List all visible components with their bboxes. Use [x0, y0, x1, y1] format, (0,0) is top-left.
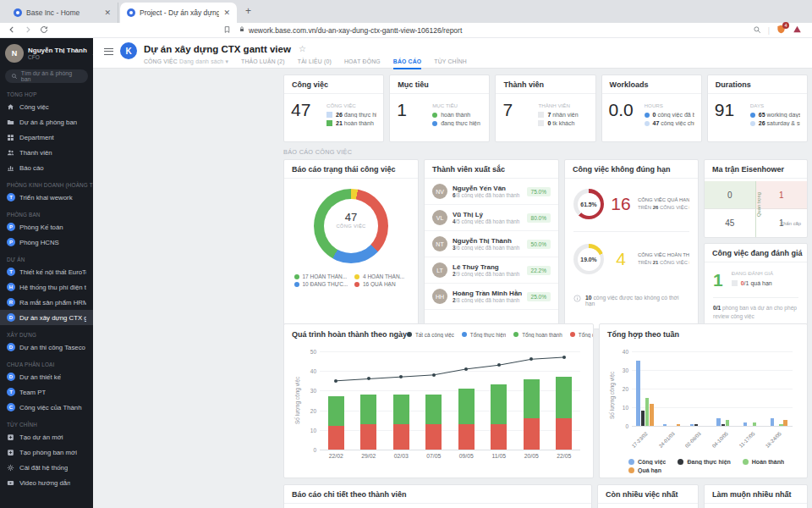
base-favicon: [14, 8, 22, 17]
sidebar-item[interactable]: DDự án xây dựng CTX gantt ...: [0, 310, 93, 325]
triangle-extension-icon[interactable]: [793, 25, 802, 36]
sidebar-item[interactable]: DDự án thi công Taseco Land: [0, 340, 93, 355]
browser-tab-project[interactable]: Project - Dự án xây dựng CTX g ✕: [120, 3, 237, 23]
sidebar-item[interactable]: HHệ thống thu phí điện tử: [0, 279, 93, 295]
bar-2[interactable]: [726, 420, 730, 426]
chart-legend-item[interactable]: Đang thực hiện: [678, 459, 730, 465]
daily-chart-plot[interactable]: 0102030405022/0229/0202/0307/0509/0511/0…: [320, 351, 580, 450]
forward-icon[interactable]: [24, 25, 32, 36]
sidebar-item[interactable]: Tạo dự án mới: [0, 429, 93, 444]
card-title: Quá trình hoàn thành theo ngày: [292, 330, 407, 339]
bar-0[interactable]: [636, 361, 640, 426]
x-tick-label: 18-24/05: [765, 431, 782, 449]
shield-extension-icon[interactable]: 4: [776, 25, 786, 36]
chart-legend-item[interactable]: Quá hạn: [628, 467, 661, 473]
bar-0[interactable]: [716, 418, 721, 426]
back-icon[interactable]: [8, 25, 16, 36]
project-tab[interactable]: TÙY CHỈNH: [434, 58, 467, 69]
quadrant-urgent-important[interactable]: 1: [756, 181, 808, 209]
sidebar-item[interactable]: Báo cáo: [0, 160, 93, 175]
grid-icon: [7, 134, 15, 141]
chart-legend-item[interactable]: Tổng thực hiện: [462, 332, 506, 338]
member-row[interactable]: NTNguyễn Thị Thành3/6 công việc đã hoàn …: [425, 231, 558, 257]
close-tab-icon[interactable]: ✕: [223, 8, 230, 17]
chart-legend-item[interactable]: Tổng quá hạn: [570, 332, 594, 338]
bar-3[interactable]: [677, 424, 681, 426]
chart-legend-item[interactable]: Tất cả công việc: [407, 332, 454, 338]
sidebar-item[interactable]: Thành viên: [0, 145, 93, 160]
stat-legend-item: 47 công việc chư...: [645, 120, 694, 126]
sidebar-item[interactable]: RRa mắt sản phẩm HRM: [0, 295, 93, 310]
close-tab-icon[interactable]: ✕: [104, 8, 111, 17]
search-icon[interactable]: [753, 25, 761, 36]
bar-2[interactable]: [779, 424, 783, 426]
address-field[interactable]: wework.base.com.vn/du-an-xay-dung-ctx-ga…: [239, 25, 462, 35]
bar-1[interactable]: [641, 411, 645, 426]
sidebar-item[interactable]: DDự án thiết kế: [0, 369, 93, 384]
chart-legend-item[interactable]: Hoàn thành: [743, 459, 785, 465]
new-tab-button[interactable]: +: [245, 5, 251, 17]
stat-card: Công việc47Công việc26 đang thực hiện21 …: [283, 75, 384, 142]
project-tab[interactable]: HOẠT ĐỘNG: [344, 58, 381, 69]
project-tab[interactable]: THẢO LUẬN (2): [241, 58, 285, 69]
bar-0[interactable]: [663, 424, 667, 426]
sidebar-item-label: Dự án thi công Taseco Land: [19, 344, 86, 351]
sidebar-search-input[interactable]: Tìm dự án & phòng ban: [5, 69, 88, 83]
bar-0[interactable]: [690, 424, 694, 426]
sidebar-item[interactable]: PPhòng Kế toán: [0, 219, 93, 235]
member-row[interactable]: LTLê Thuỷ Trang2/9 công việc đã hoàn thà…: [425, 257, 558, 284]
sidebar-item-label: Ra mắt sản phẩm HRM: [19, 299, 86, 306]
bar-3[interactable]: [650, 404, 654, 426]
bar-2[interactable]: [645, 398, 650, 426]
chart-legend-item[interactable]: Tổng hoàn thành: [513, 332, 562, 338]
project-tab[interactable]: BÁO CÁO: [393, 58, 422, 69]
bar-1[interactable]: [694, 424, 699, 426]
member-name: Nguyễn Yến Vân: [453, 185, 522, 192]
bookmark-icon[interactable]: [223, 25, 231, 36]
sidebar-item[interactable]: Dự án & phòng ban: [0, 114, 93, 130]
sidebar-item[interactable]: Công việc: [0, 99, 93, 114]
sidebar-user[interactable]: N Nguyễn Thị Thành CFO: [0, 38, 93, 67]
sidebar-item[interactable]: PPhòng HCNS: [0, 235, 93, 250]
project-header: K Dự án xây dựng CTX gantt view ☆ CÔNG V…: [93, 38, 812, 69]
bar-0[interactable]: [771, 418, 775, 426]
card-title: Thành viên xuất sắc: [425, 160, 558, 179]
quadrant-not-urgent-important[interactable]: 0: [705, 181, 756, 209]
donut-center-label: 47 CÔNG VIỆC: [314, 211, 388, 229]
browser-tab-home[interactable]: Base Inc - Home ✕: [7, 3, 118, 23]
reload-icon[interactable]: [40, 25, 48, 36]
bar-2[interactable]: [753, 422, 757, 426]
info-icon: [573, 295, 581, 303]
sidebar-item[interactable]: Department: [0, 130, 93, 145]
bar-0[interactable]: [743, 422, 748, 426]
bar-1[interactable]: [721, 424, 726, 426]
url-text: wework.base.com.vn/du-an-xay-dung-ctx-ga…: [249, 26, 462, 35]
hamburger-icon[interactable]: [104, 48, 113, 55]
sidebar-item[interactable]: CCông việc của Thành: [0, 400, 93, 415]
weekly-chart-plot[interactable]: 01020304017-23/0224-01/0302-08/0304-10/0…: [632, 351, 793, 426]
chart-icon: [7, 164, 15, 172]
member-row[interactable]: NVNguyễn Yến Vân6/8 công việc đã hoàn th…: [425, 179, 558, 205]
person-row[interactable]: LT Lê Thuỷ Trang: [705, 504, 807, 508]
sidebar-item[interactable]: Video hướng dẫn: [0, 475, 93, 490]
project-tab[interactable]: TÀI LIỆU (0): [298, 58, 332, 69]
sidebar-item[interactable]: TThiết kế nội thất EuroTop: [0, 264, 93, 279]
member-row[interactable]: HHHoàng Trần Minh Hằng2/8 công việc đã h…: [425, 284, 558, 310]
stat-legend-item: 65 working days: [750, 112, 800, 118]
sidebar-item[interactable]: Cài đặt hệ thống: [0, 460, 93, 475]
sidebar-item[interactable]: TTeam PT: [0, 384, 93, 400]
legend-marker: [750, 113, 755, 118]
member-row[interactable]: VLVũ Thị Lý4/5 công việc đã hoàn thành80…: [425, 205, 558, 231]
sidebar-item-label: Tạo phòng ban mới: [19, 449, 77, 456]
star-icon[interactable]: ☆: [299, 44, 306, 53]
project-badge: P: [7, 238, 15, 246]
bar-3[interactable]: [783, 420, 787, 426]
legend-marker: [432, 121, 437, 126]
quadrant-not-urgent[interactable]: 45: [705, 209, 756, 237]
sidebar-item[interactable]: TTriển khai wework: [0, 190, 93, 205]
sidebar-item[interactable]: Tạo phòng ban mới: [0, 444, 93, 460]
person-row[interactable]: LT Lê Thuỷ Trang: [598, 504, 698, 508]
project-tab[interactable]: CÔNG VIỆC Dạng danh sách ▾: [144, 58, 228, 69]
card-title: Còn nhiều việc nhất: [598, 485, 698, 504]
chart-legend-item[interactable]: Công việc: [628, 459, 666, 465]
